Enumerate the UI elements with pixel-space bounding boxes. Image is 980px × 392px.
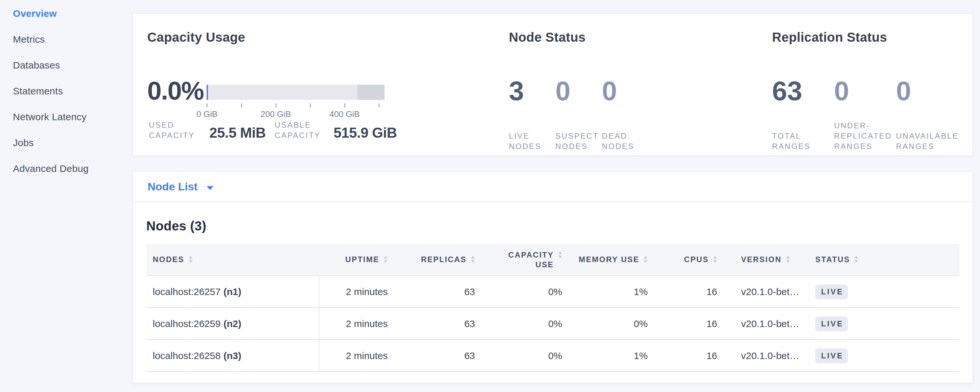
cluster-overview-card: Capacity Usage 0.0% — [132, 14, 973, 156]
under-replicated-ranges-label: UNDER- REPLICATED RANGES — [834, 121, 896, 151]
capacity-use-cell: 0% — [488, 276, 575, 308]
capacity-axis-ticks — [207, 104, 385, 107]
filler-cell — [859, 276, 960, 308]
cpus-cell: 16 — [661, 339, 730, 372]
node-list-dropdown[interactable]: Node List — [148, 180, 214, 193]
used-capacity-value: 25.5 MiB — [209, 125, 266, 140]
memory-use-cell: 1% — [575, 276, 661, 308]
uptime-cell: 2 minutes — [319, 308, 401, 339]
column-header-capacity-use[interactable]: CAPACITY USE — [488, 244, 575, 276]
total-ranges-metric: 63 TOTAL RANGES — [772, 77, 834, 151]
usable-capacity-value: 515.9 GiB — [334, 125, 397, 140]
sidebar-item-databases[interactable]: Databases — [0, 53, 132, 78]
admin-ui: Overview Metrics Databases Statements Ne… — [0, 0, 980, 392]
version-cell: v20.1.0-bet… — [730, 276, 804, 308]
column-header-nodes[interactable]: NODES — [146, 244, 319, 276]
suspect-nodes-label: SUSPECT NODES — [555, 131, 602, 151]
status-badge: LIVE — [815, 284, 848, 299]
sidebar-item-jobs[interactable]: Jobs — [0, 130, 132, 156]
column-header-cpus[interactable]: CPUS — [661, 244, 730, 276]
nodes-table: NODES UPTIME REPLICAS CAPACIT — [146, 244, 960, 372]
memory-use-cell: 1% — [575, 339, 661, 372]
node-address-cell: localhost:26257(n1) — [146, 276, 319, 308]
axis-tick-label: 0 GiB — [196, 109, 217, 119]
axis-tick — [379, 104, 379, 107]
nodes-heading: Nodes (3) — [146, 218, 972, 234]
sidebar-item-overview[interactable]: Overview — [0, 1, 132, 27]
capacity-bar-other-segment — [358, 84, 385, 100]
sidebar: Overview Metrics Databases Statements Ne… — [0, 0, 132, 392]
node-status-section: Node Status 3 LIVE NODES 0 SUSPECT NODE — [509, 29, 709, 140]
capacity-bar-used-segment — [207, 84, 208, 100]
dead-nodes-label: DEAD NODES — [602, 131, 648, 151]
replication-status-section: Replication Status 63 TOTAL RANGES 0 UND… — [772, 29, 972, 140]
total-ranges-value: 63 — [772, 77, 834, 104]
sort-icon — [383, 256, 388, 265]
sort-icon — [189, 256, 193, 265]
main-content: Capacity Usage 0.0% — [132, 0, 980, 392]
replicas-cell: 63 — [401, 339, 488, 372]
status-cell: LIVE — [804, 308, 859, 339]
column-header-version[interactable]: VERSION — [730, 244, 804, 276]
live-nodes-value: 3 — [509, 77, 555, 104]
suspect-nodes-value: 0 — [555, 77, 602, 104]
axis-tick — [345, 104, 345, 107]
cpus-cell: 16 — [661, 276, 730, 308]
axis-tick — [310, 104, 311, 107]
dead-nodes-value: 0 — [602, 77, 648, 104]
node-list-dropdown-row: Node List — [133, 172, 972, 201]
sort-icon — [558, 251, 562, 260]
chevron-down-icon — [206, 180, 214, 193]
column-header-uptime[interactable]: UPTIME — [319, 244, 401, 276]
unavailable-ranges-label: UNAVAILABLE RANGES — [896, 131, 958, 151]
sidebar-item-metrics[interactable]: Metrics — [0, 27, 132, 53]
under-replicated-ranges-metric: 0 UNDER- REPLICATED RANGES — [834, 77, 896, 151]
node-list-card: Node List Nodes (3) NODES — [132, 171, 973, 383]
sidebar-item-advanced-debug[interactable]: Advanced Debug — [0, 156, 132, 182]
axis-tick — [276, 104, 277, 107]
node-address-cell: localhost:26258(n3) — [146, 339, 319, 372]
sidebar-item-label: Jobs — [13, 137, 34, 148]
unavailable-ranges-value: 0 — [896, 77, 958, 104]
status-cell: LIVE — [804, 276, 859, 308]
suspect-nodes-metric: 0 SUSPECT NODES — [555, 77, 602, 151]
capacity-bar — [207, 84, 385, 100]
capacity-usage-section: Capacity Usage 0.0% — [147, 29, 431, 140]
sort-icon — [786, 256, 790, 265]
capacity-bar-chart: 0 GiB 200 GiB 400 GiB — [207, 77, 385, 119]
sidebar-item-label: Statements — [13, 86, 63, 97]
replicas-cell: 63 — [401, 276, 488, 308]
column-header-status[interactable]: STATUS — [804, 244, 859, 276]
axis-tick — [207, 104, 207, 107]
version-cell: v20.1.0-bet… — [730, 308, 804, 339]
table-row[interactable]: localhost:26258(n3) 2 minutes 63 0% 1% 1… — [146, 339, 960, 372]
usable-capacity-label: USABLE CAPACITY — [275, 120, 321, 140]
under-replicated-ranges-value: 0 — [834, 77, 896, 104]
uptime-cell: 2 minutes — [319, 276, 401, 308]
axis-tick — [241, 104, 242, 107]
version-cell: v20.1.0-bet… — [730, 339, 804, 372]
table-row[interactable]: localhost:26257(n1) 2 minutes 63 0% 1% 1… — [146, 276, 960, 308]
node-address-cell: localhost:26259(n2) — [146, 308, 319, 339]
status-badge: LIVE — [815, 348, 848, 363]
column-header-filler — [859, 244, 960, 276]
sort-icon — [713, 256, 717, 265]
capacity-use-cell: 0% — [488, 308, 575, 339]
column-header-replicas[interactable]: REPLICAS — [401, 244, 488, 276]
uptime-cell: 2 minutes — [319, 339, 401, 372]
table-row[interactable]: localhost:26259(n2) 2 minutes 63 0% 0% 1… — [146, 308, 960, 339]
node-status-title: Node Status — [509, 29, 709, 45]
replicas-cell: 63 — [401, 308, 488, 339]
used-capacity-label: USED CAPACITY — [149, 120, 195, 140]
filler-cell — [859, 339, 960, 372]
capacity-axis-labels: 0 GiB 200 GiB 400 GiB — [207, 109, 385, 119]
column-header-memory-use[interactable]: MEMORY USE — [575, 244, 661, 276]
sort-icon — [854, 256, 858, 265]
memory-use-cell: 0% — [575, 308, 661, 339]
sidebar-item-label: Advanced Debug — [13, 163, 89, 174]
sidebar-item-statements[interactable]: Statements — [0, 78, 132, 104]
axis-tick-label: 200 GiB — [261, 109, 291, 119]
sidebar-item-network-latency[interactable]: Network Latency — [0, 104, 132, 130]
cpus-cell: 16 — [661, 308, 730, 339]
total-ranges-label: TOTAL RANGES — [772, 131, 834, 151]
